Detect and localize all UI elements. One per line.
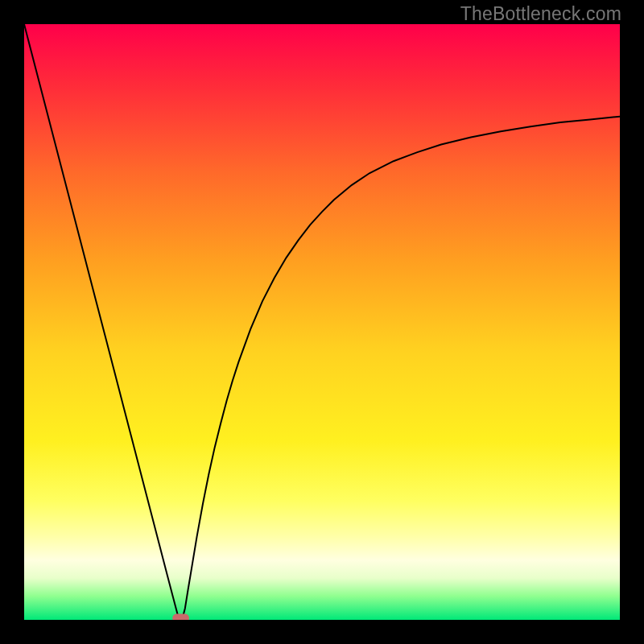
markers-group [172, 614, 189, 620]
plot-area [24, 24, 620, 620]
chart-frame: TheBottleneck.com [0, 0, 644, 644]
gradient-background [24, 24, 620, 620]
watermark-label: TheBottleneck.com [460, 3, 621, 25]
chart-svg [24, 24, 620, 620]
min-marker [172, 614, 189, 620]
